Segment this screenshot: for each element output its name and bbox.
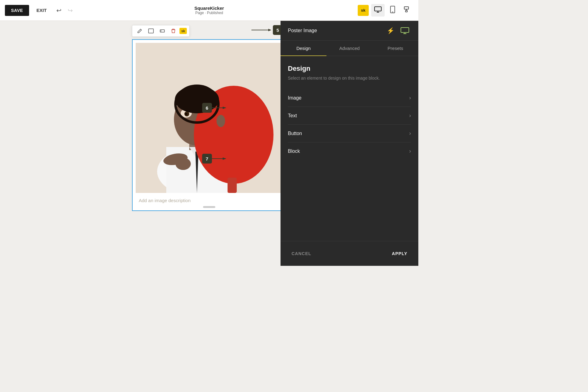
svg-rect-36 bbox=[401, 28, 409, 32]
monitor-icon bbox=[374, 6, 382, 13]
design-panel: Poster Image ⚡ Design Advanced Presets D… bbox=[281, 21, 418, 266]
align-toolbar-button[interactable] bbox=[157, 27, 167, 35]
topbar-center: SquareKicker Page · Published bbox=[194, 6, 224, 15]
design-item-button-label: Button bbox=[288, 131, 302, 136]
tab-presets[interactable]: Presets bbox=[372, 41, 418, 56]
annotation-5-arrow bbox=[251, 27, 273, 33]
apply-button[interactable]: APPLY bbox=[388, 247, 411, 260]
image-block-toolbar: sk bbox=[132, 25, 190, 37]
svg-rect-5 bbox=[404, 7, 409, 9]
align-icon bbox=[160, 28, 165, 33]
lightning-icon: ⚡ bbox=[387, 27, 394, 34]
poster-image bbox=[136, 43, 283, 193]
design-item-block[interactable]: Block › bbox=[288, 142, 411, 160]
image-block-wrapper: sk 5 bbox=[132, 39, 286, 211]
chevron-right-button-icon: › bbox=[409, 130, 411, 137]
sk-logo: sk bbox=[358, 5, 369, 16]
paint-edit-button[interactable] bbox=[401, 4, 413, 17]
panel-header-icons: ⚡ bbox=[385, 26, 411, 36]
design-item-block-label: Block bbox=[288, 149, 300, 154]
design-item-image[interactable]: Image › bbox=[288, 89, 411, 107]
svg-rect-7 bbox=[405, 10, 407, 12]
svg-rect-0 bbox=[375, 7, 381, 11]
save-button[interactable]: SAVE bbox=[5, 5, 29, 16]
tab-advanced[interactable]: Advanced bbox=[326, 41, 372, 56]
svg-point-22 bbox=[175, 158, 191, 170]
edit-toolbar-button[interactable] bbox=[135, 27, 145, 35]
redo-button[interactable]: ↪ bbox=[65, 5, 75, 16]
delete-toolbar-button[interactable] bbox=[168, 27, 178, 35]
panel-tabs: Design Advanced Presets bbox=[281, 41, 418, 56]
pencil-icon bbox=[137, 28, 142, 33]
undo-redo-group: ↩ ↪ bbox=[54, 5, 75, 16]
design-item-button[interactable]: Button › bbox=[288, 125, 411, 142]
panel-monitor-icon bbox=[401, 27, 409, 34]
desktop-view-button[interactable] bbox=[371, 4, 385, 17]
chevron-right-image-icon: › bbox=[409, 95, 411, 101]
undo-button[interactable]: ↩ bbox=[54, 5, 64, 16]
image-container[interactable]: Add an image description bbox=[132, 39, 286, 211]
mobile-icon bbox=[390, 6, 395, 13]
design-heading: Design bbox=[288, 65, 411, 73]
paint-roller-icon bbox=[404, 6, 410, 13]
topbar-right: sk bbox=[358, 3, 413, 17]
mobile-view-button[interactable] bbox=[387, 3, 398, 17]
panel-header: Poster Image ⚡ bbox=[281, 21, 418, 41]
annotation-6-container: 6 bbox=[202, 103, 227, 113]
panel-body: Design Select an element to design on th… bbox=[281, 56, 418, 241]
trash-icon bbox=[171, 28, 176, 33]
cancel-button[interactable]: CANCEL bbox=[288, 247, 315, 260]
annotation-badge-7: 7 bbox=[202, 154, 212, 164]
lightning-button[interactable]: ⚡ bbox=[385, 26, 396, 36]
svg-rect-25 bbox=[228, 178, 237, 193]
chevron-right-text-icon: › bbox=[409, 112, 411, 119]
svg-marker-12 bbox=[268, 29, 271, 31]
image-caption[interactable]: Add an image description bbox=[136, 193, 283, 207]
svg-rect-8 bbox=[149, 29, 153, 33]
design-item-text[interactable]: Text › bbox=[288, 107, 411, 125]
page-status: Page · Published bbox=[194, 11, 224, 15]
exit-button[interactable]: EXIT bbox=[33, 5, 50, 15]
frame-toolbar-button[interactable] bbox=[146, 27, 156, 35]
frame-icon bbox=[148, 28, 154, 33]
poster-illustration bbox=[136, 43, 283, 193]
app-name: SquareKicker bbox=[194, 6, 224, 11]
annotation-7-arrow bbox=[212, 156, 227, 162]
tab-design[interactable]: Design bbox=[281, 41, 326, 56]
svg-point-28 bbox=[185, 113, 187, 115]
annotation-6-arrow bbox=[212, 105, 227, 111]
design-description: Select an element to design on this imag… bbox=[288, 76, 411, 81]
sk-toolbar-button[interactable]: sk bbox=[179, 28, 187, 34]
design-item-text-label: Text bbox=[288, 113, 297, 119]
topbar-left: SAVE EXIT ↩ ↪ bbox=[5, 5, 75, 16]
panel-footer: CANCEL APPLY bbox=[281, 241, 418, 266]
panel-monitor-button[interactable] bbox=[399, 26, 411, 35]
annotation-7-container: 7 bbox=[202, 154, 227, 164]
scroll-indicator bbox=[203, 206, 215, 208]
svg-point-29 bbox=[217, 115, 225, 127]
annotation-5-container: 5 bbox=[251, 25, 283, 35]
design-item-image-label: Image bbox=[288, 95, 301, 101]
panel-title: Poster Image bbox=[288, 28, 317, 33]
svg-marker-35 bbox=[223, 157, 226, 160]
annotation-badge-6: 6 bbox=[202, 103, 212, 113]
svg-marker-33 bbox=[223, 107, 226, 109]
topbar: SAVE EXIT ↩ ↪ SquareKicker Page · Publis… bbox=[0, 0, 418, 21]
chevron-right-block-icon: › bbox=[409, 148, 411, 154]
